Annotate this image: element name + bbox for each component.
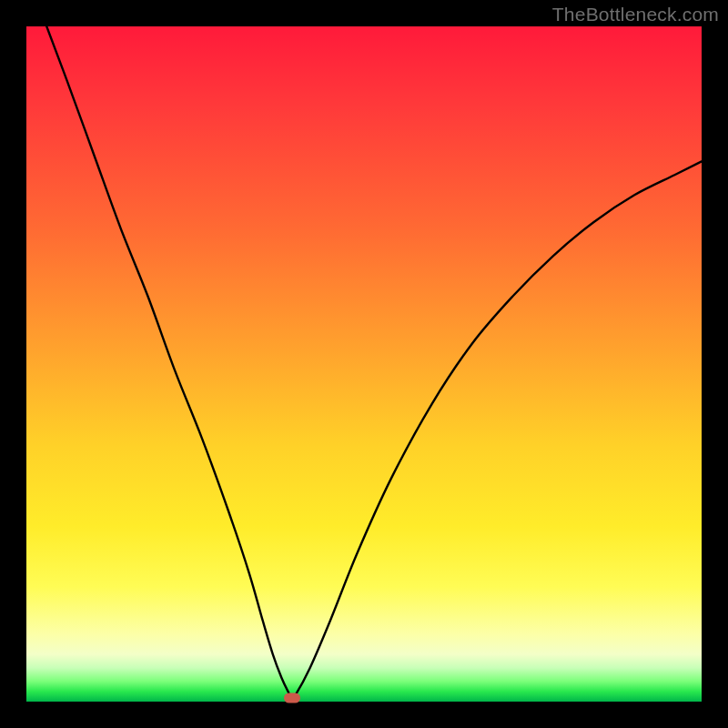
watermark-text: TheBottleneck.com [552, 4, 719, 25]
chart-frame: TheBottleneck.com [0, 0, 728, 728]
bottleneck-curve [26, 26, 702, 702]
curve-path [46, 26, 702, 699]
optimum-marker [284, 693, 300, 703]
plot-area [26, 26, 702, 702]
